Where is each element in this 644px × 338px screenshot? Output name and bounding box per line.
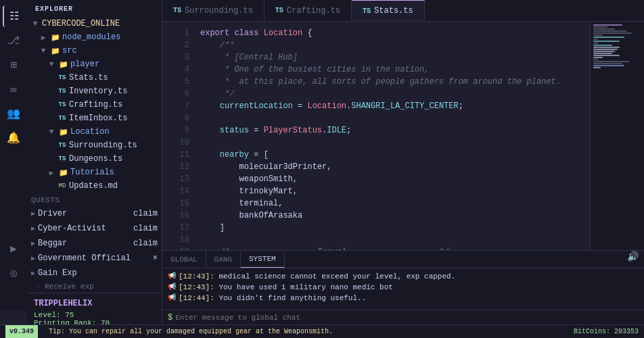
tab-stats[interactable]: TS Stats.ts <box>352 0 425 21</box>
minimap-line <box>593 47 620 48</box>
quests-section-header[interactable]: QUESTS <box>27 194 162 206</box>
code-line-16: 16 bankOfArasaka <box>162 210 590 222</box>
ts-icon2: TS <box>57 88 68 95</box>
quest-government[interactable]: ▶ Government Official × <box>27 251 162 266</box>
explorer-icon[interactable]: ☷ <box>3 5 24 27</box>
code-line-12: 12 molecular3dPrinter, <box>162 161 590 173</box>
ts-icon3: TS <box>57 101 68 108</box>
quest-sub-dot-icon: ◦ <box>37 283 41 291</box>
tree-root[interactable]: ▼ CYBERCODE_ONLINE <box>27 17 162 30</box>
minimap-line <box>593 30 627 32</box>
player-level: Level: 75 <box>34 311 155 319</box>
minimap-line <box>593 26 607 28</box>
tree-crafting[interactable]: TS Crafting.ts <box>27 98 162 112</box>
tab-gang[interactable]: GANG <box>206 251 241 268</box>
iteminbox-label: ItemInbox.ts <box>69 114 162 123</box>
location-label: Location <box>70 127 162 137</box>
tree-src[interactable]: ▼ 📁 src <box>27 44 162 57</box>
tutorials-folder-icon: 📁 <box>58 168 69 177</box>
src-label: src <box>62 46 162 55</box>
terminal-input[interactable] <box>175 314 639 322</box>
extensions-icon[interactable]: ⊞ <box>3 54 24 76</box>
terminal-tabs: GLOBAL GANG SYSTEM 🔊 <box>162 251 644 268</box>
crafting-label: Crafting.ts <box>69 100 162 110</box>
quest-driver-label: Driver <box>38 209 133 218</box>
ts-icon6: TS <box>57 155 68 162</box>
quest-gainexp[interactable]: ▶ Gain Exp <box>27 266 162 281</box>
alert-icon2: 📢 <box>168 282 176 293</box>
quest-gainexp-label: Gain Exp <box>38 268 158 278</box>
terminal-msg-1: 📢 [12:43]: medical science cannot exceed… <box>168 271 639 282</box>
chevron-down-loc-icon: ▼ <box>46 128 57 136</box>
quest-driver-badge[interactable]: claim <box>133 209 158 218</box>
minimap-line <box>593 39 598 40</box>
file-tree: ▼ CYBERCODE_ONLINE ▶ 📁 node_modules ▼ 📁 … <box>27 16 162 194</box>
quest-receiveexp[interactable]: ◦ Receive exp <box>27 281 162 293</box>
status-bar: v0.349 Tip: You can repair all your dama… <box>0 324 644 338</box>
version-badge: v0.349 <box>5 325 38 339</box>
quest-government-close[interactable]: × <box>153 254 158 263</box>
tab-crafting-label: Crafting.ts <box>287 6 340 16</box>
chevron-down-icon: ▼ <box>30 20 41 28</box>
tab-global[interactable]: GLOBAL <box>162 251 206 268</box>
chevron-quest4-icon: ▶ <box>31 254 35 262</box>
tab-crafting[interactable]: TS Crafting.ts <box>264 0 352 21</box>
speaker-icon[interactable]: 🔊 <box>622 251 644 268</box>
chevron-quest5-icon: ▶ <box>31 269 35 277</box>
bell-icon[interactable]: 🔔 <box>3 127 24 149</box>
terminal-output: 📢 [12:43]: medical science cannot exceed… <box>162 268 644 310</box>
code-editor[interactable]: 1 export class Location { 2 /** 3 * [Cen… <box>162 22 590 250</box>
terminal-msg-2: 📢 [12:43]: You have used 1 military nano… <box>168 282 639 293</box>
mail-icon[interactable]: ✉ <box>3 78 24 100</box>
code-line-10: 10 <box>162 137 590 149</box>
tree-updates[interactable]: MD Updates.md <box>27 179 162 193</box>
dollar-sign: $ <box>168 313 172 322</box>
git-icon[interactable]: ⎇ <box>3 30 24 51</box>
ts-icon4: TS <box>57 115 68 122</box>
tree-iteminbox[interactable]: TS ItemInbox.ts <box>27 112 162 125</box>
tree-tutorials[interactable]: ▶ 📁 Tutorials <box>27 166 162 179</box>
quest-cyber-activist[interactable]: ▶ Cyber-Activist claim <box>27 221 162 236</box>
code-line-8: 8 <box>162 112 590 124</box>
ts-tab-icon1: TS <box>173 7 181 14</box>
minimap-line <box>593 34 603 36</box>
people-icon[interactable]: 👥 <box>3 103 24 124</box>
minimap-line <box>593 37 624 38</box>
stats-label: Stats.ts <box>69 73 162 82</box>
quest-driver[interactable]: ▶ Driver claim <box>27 206 162 221</box>
quest-government-label: Government Official <box>38 254 153 263</box>
code-line-6: 6 */ <box>162 88 590 100</box>
minimap-line <box>593 28 615 30</box>
alert-icon1: 📢 <box>168 271 176 282</box>
tree-dungeons[interactable]: TS Dungeons.ts <box>27 152 162 166</box>
status-tip: Tip: You can repair all your damaged equ… <box>49 328 563 335</box>
tree-surrounding[interactable]: TS Surrounding.ts <box>27 139 162 152</box>
bitcoins-display: BitCoins: 203353 <box>574 328 639 335</box>
ts-icon5: TS <box>57 142 68 149</box>
quest-beggar[interactable]: ▶ Beggar claim <box>27 236 162 251</box>
minimap-line <box>593 51 615 52</box>
inventory-label: Inventory.ts <box>69 87 162 96</box>
run-icon[interactable]: ▶ <box>3 238 24 260</box>
md-icon: MD <box>57 183 68 189</box>
code-line-17: 17 ] <box>162 222 590 234</box>
tree-inventory[interactable]: TS Inventory.ts <box>27 84 162 98</box>
code-line-3: 3 * [Central Hub] <box>162 51 590 64</box>
tab-system[interactable]: SYSTEM <box>241 251 285 268</box>
sidebar: EXPLORER ▼ CYBERCODE_ONLINE ▶ 📁 node_mod… <box>27 0 162 324</box>
code-line-5: 5 * at this place, all sorts of people g… <box>162 76 590 88</box>
tree-node-modules[interactable]: ▶ 📁 node_modules <box>27 30 162 44</box>
chevron-quest3-icon: ▶ <box>31 239 35 247</box>
activity-bar: ☷ ⎇ ⊞ ✉ 👥 🔔 ▶ ◎ <box>0 0 27 311</box>
tree-stats[interactable]: TS Stats.ts <box>27 71 162 84</box>
surrounding-label: Surrounding.ts <box>69 141 162 150</box>
minimap-line <box>593 57 603 58</box>
tree-location[interactable]: ▼ 📁 Location <box>27 125 162 139</box>
tab-surrounding-label: Surrounding.ts <box>185 6 253 16</box>
profile-icon[interactable]: ◎ <box>3 262 24 284</box>
tree-player[interactable]: ▼ 📁 player <box>27 57 162 71</box>
quest-cyber-badge[interactable]: claim <box>133 224 158 233</box>
editor-plus-minimap: 1 export class Location { 2 /** 3 * [Cen… <box>162 22 644 250</box>
quest-beggar-badge[interactable]: claim <box>133 239 158 248</box>
tab-surrounding[interactable]: TS Surrounding.ts <box>162 0 264 21</box>
